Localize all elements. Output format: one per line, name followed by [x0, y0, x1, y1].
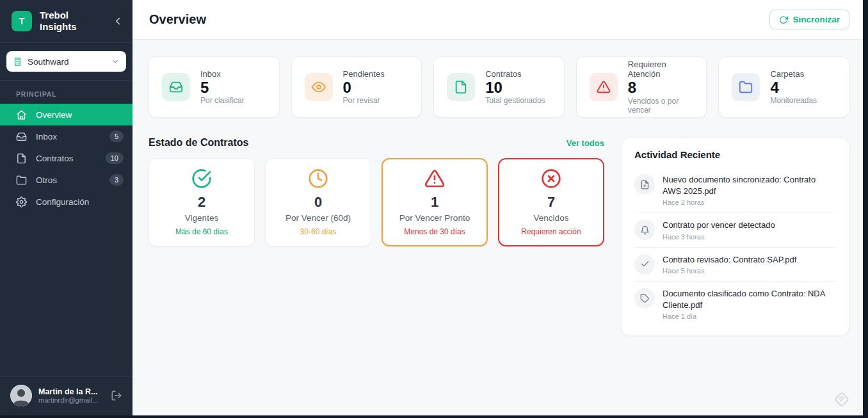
- activity-item-body: Contrato por vencer detectado Hace 3 hor…: [663, 220, 775, 241]
- file-icon: [16, 153, 27, 164]
- user-row[interactable]: Martin de la R... martinrdlr@gmail...: [0, 376, 133, 415]
- activity-time: Hace 3 horas: [663, 233, 775, 241]
- activity-item-body: Documento clasificado como Contrato: NDA…: [663, 288, 836, 320]
- activity-text: Contrato revisado: Contrato SAP.pdf: [663, 254, 796, 266]
- sidebar-item-label: Otros: [36, 175, 57, 185]
- sidebar-item-otros[interactable]: Otros3: [0, 169, 133, 191]
- contract-status-section: Estado de Contratos Ver todos 2 Vigentes…: [149, 137, 604, 246]
- logo-row: T Trebol Insights: [0, 0, 133, 43]
- stat-card-requieren-atencion: Requieren Atención 8 Vencidos o por venc…: [576, 56, 707, 118]
- app-logo: T: [12, 11, 32, 31]
- stat-card-row: Inbox 5 Por clasificar Pendientes 0 Por …: [149, 56, 849, 118]
- file-plus-icon: [634, 174, 655, 195]
- sidebar-item-label: Contratos: [36, 154, 74, 163]
- stat-value: 8: [628, 79, 694, 97]
- stat-value: 0: [343, 79, 385, 97]
- status-label: Por Vencer Pronto: [399, 213, 470, 223]
- stat-card-text: Contratos 10 Total gestionados: [485, 69, 545, 106]
- stat-label: Contratos: [485, 69, 545, 79]
- user-name: Martin de la R...: [38, 387, 98, 396]
- status-value: 2: [198, 194, 205, 211]
- status-sublabel: Requieren acción: [521, 227, 581, 236]
- stat-sublabel: Por revisar: [343, 96, 385, 105]
- alert-triangle-icon: [590, 73, 618, 101]
- app-title-line1: Trebol: [40, 10, 77, 21]
- sidebar-item-configuracion[interactable]: Configuración: [0, 191, 133, 213]
- activity-time: Hace 5 horas: [663, 267, 796, 275]
- activity-item: Nuevo documento sincronizado: Contrato A…: [634, 168, 836, 213]
- chevron-down-icon: [111, 57, 120, 66]
- activity-list: Nuevo documento sincronizado: Contrato A…: [634, 168, 836, 326]
- stat-sublabel: Monitoreadas: [770, 96, 817, 105]
- check-icon: [634, 254, 655, 275]
- page-title: Overview: [149, 12, 206, 27]
- sidebar-item-badge: 10: [106, 152, 124, 164]
- activity-time: Hace 2 horas: [663, 198, 836, 206]
- sidebar-item-contratos[interactable]: Contratos10: [0, 147, 133, 169]
- sidebar: T Trebol Insights Southward PRINCIPAL Ov…: [0, 0, 133, 415]
- sync-button[interactable]: Sincronizar: [769, 10, 849, 29]
- sidebar-nav: Overview Inbox5 Contratos10 Otros3 Confi…: [0, 104, 133, 213]
- stat-sublabel: Vencidos o por vencer: [628, 97, 694, 115]
- activity-item-body: Contrato revisado: Contrato SAP.pdf Hace…: [663, 254, 796, 275]
- stat-card-inbox: Inbox 5 Por clasificar: [149, 56, 280, 118]
- sidebar-item-label: Overview: [36, 110, 72, 120]
- topbar: Overview Sincronizar: [133, 0, 863, 40]
- sidebar-item-badge: 5: [109, 131, 124, 142]
- refresh-icon: [779, 15, 788, 24]
- logout-icon[interactable]: [111, 390, 122, 401]
- org-selector[interactable]: Southward: [6, 51, 126, 72]
- view-all-link[interactable]: Ver todos: [567, 138, 604, 148]
- status-card-por-vencer-pronto: 1 Por Vencer Pronto Menos de 30 días: [382, 158, 488, 246]
- recent-activity-panel: Actividad Reciente Nuevo documento sincr…: [621, 137, 849, 336]
- app-title: Trebol Insights: [40, 10, 77, 33]
- activity-text: Documento clasificado como Contrato: NDA…: [663, 288, 836, 310]
- stat-sublabel: Total gestionados: [485, 96, 545, 105]
- app-title-line2: Insights: [40, 21, 77, 33]
- user-meta: Martin de la R... martinrdlr@gmail...: [38, 387, 98, 404]
- sidebar-item-label: Inbox: [36, 132, 57, 141]
- building-icon: [13, 57, 22, 67]
- activity-item: Contrato revisado: Contrato SAP.pdf Hace…: [634, 247, 836, 282]
- status-value: 0: [314, 194, 322, 211]
- main-area: Overview Sincronizar Inbox 5 Por clasifi…: [133, 0, 863, 415]
- contract-status-header: Estado de Contratos Ver todos: [149, 137, 604, 149]
- folder-icon: [732, 73, 760, 101]
- sidebar-collapse-icon[interactable]: [112, 15, 124, 27]
- app-window: T Trebol Insights Southward PRINCIPAL Ov…: [0, 0, 868, 418]
- stat-card-text: Requieren Atención 8 Vencidos o por venc…: [628, 60, 694, 115]
- sidebar-item-inbox[interactable]: Inbox5: [0, 125, 133, 147]
- stat-sublabel: Por clasificar: [200, 96, 245, 105]
- status-value: 7: [547, 194, 555, 211]
- stat-card-contratos: Contratos 10 Total gestionados: [433, 56, 565, 118]
- status-card-vigentes: 2 Vigentes Más de 60 días: [149, 158, 255, 246]
- user-email: martinrdlr@gmail...: [38, 396, 98, 404]
- stat-label: Pendientes: [343, 69, 385, 79]
- status-sublabel: 30-60 días: [300, 227, 337, 236]
- stat-card-carpetas: Carpetas 4 Monitoreadas: [718, 56, 849, 118]
- sidebar-item-overview[interactable]: Overview: [0, 104, 133, 125]
- alert-triangle-icon: [424, 168, 445, 189]
- stat-card-text: Pendientes 0 Por revisar: [343, 69, 385, 106]
- activity-text: Nuevo documento sincronizado: Contrato A…: [663, 174, 836, 197]
- status-label: Por Vencer (60d): [285, 213, 351, 223]
- x-circle-icon: [541, 168, 561, 189]
- stat-value: 5: [200, 79, 245, 97]
- status-value: 1: [431, 194, 438, 211]
- inbox-icon: [162, 73, 190, 101]
- sidebar-item-label: Configuración: [36, 197, 89, 207]
- stat-card-text: Carpetas 4 Monitoreadas: [770, 69, 817, 106]
- bell-icon: [634, 220, 655, 240]
- stat-card-text: Inbox 5 Por clasificar: [200, 69, 245, 106]
- lower-section: Estado de Contratos Ver todos 2 Vigentes…: [149, 137, 849, 336]
- stat-label: Inbox: [200, 69, 245, 79]
- status-sublabel: Menos de 30 días: [404, 227, 465, 236]
- app-ui: T Trebol Insights Southward PRINCIPAL Ov…: [0, 0, 863, 415]
- sidebar-section-label: PRINCIPAL: [16, 90, 133, 98]
- activity-title: Actividad Reciente: [634, 149, 836, 160]
- contract-status-cards: 2 Vigentes Más de 60 días 0 Por Vencer (…: [149, 158, 604, 246]
- stat-value: 4: [770, 79, 817, 97]
- status-card-por-vencer-60d: 0 Por Vencer (60d) 30-60 días: [265, 158, 371, 246]
- stat-value: 10: [485, 79, 545, 97]
- status-card-vencidos: 7 Vencidos Requieren acción: [498, 158, 604, 246]
